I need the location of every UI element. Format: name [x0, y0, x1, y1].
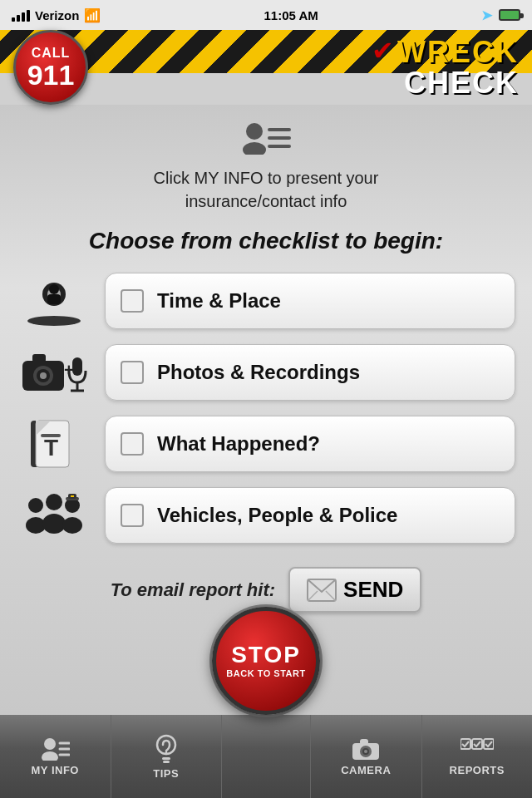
my-info-section: Click MY INFO to present your insurance/… [154, 121, 379, 213]
tab-my-info[interactable]: MY INFO [0, 715, 111, 798]
svg-rect-9 [47, 294, 61, 304]
my-info-text: Click MY INFO to present your insurance/… [154, 166, 379, 213]
svg-rect-46 [163, 761, 170, 763]
svg-rect-45 [162, 757, 170, 760]
svg-point-27 [42, 514, 66, 534]
svg-rect-23 [41, 434, 61, 437]
svg-rect-48 [360, 739, 368, 745]
stop-text: STOP [231, 642, 301, 668]
wreck-label: WRECK [397, 37, 519, 67]
wifi-icon: 📶 [84, 7, 101, 23]
checkmark-icon: ✔ [372, 35, 394, 66]
battery-icon [499, 9, 520, 21]
status-bar: Verizon 📶 11:05 AM ➤ [0, 0, 532, 30]
svg-point-14 [40, 372, 47, 379]
vehicles-label: Vehicles, People & Police [157, 504, 397, 527]
svg-rect-54 [484, 739, 494, 749]
reports-icon [461, 737, 494, 761]
location-icon: ➤ [481, 7, 492, 23]
stop-button-area: STOP BACK TO START [212, 607, 320, 715]
my-info-icon [241, 121, 291, 161]
time-place-icon [17, 274, 91, 328]
svg-point-5 [27, 316, 81, 326]
svg-point-0 [246, 123, 263, 140]
svg-point-38 [44, 738, 56, 750]
svg-rect-16 [72, 357, 82, 376]
svg-point-39 [42, 751, 58, 761]
stop-back-to-start-button[interactable]: STOP BACK TO START [212, 607, 320, 715]
photos-label: Photos & Recordings [157, 361, 360, 384]
tips-icon [155, 734, 178, 764]
back-to-start-text: BACK TO START [226, 668, 305, 679]
send-icon [307, 579, 337, 602]
tab-bar: MY INFO TIPS CAMERA [0, 715, 532, 798]
choose-heading: Choose from checklist to begin: [89, 228, 443, 254]
what-happened-checkbox[interactable] [121, 432, 144, 456]
what-happened-label: What Happened? [157, 432, 320, 456]
checklist-row-photos: + Photos & Recordings [17, 344, 515, 401]
svg-rect-52 [461, 739, 470, 749]
checklist-row-vehicles: Vehicles, People & Police [17, 487, 515, 544]
my-info-icon [40, 737, 70, 761]
status-left: Verizon 📶 [12, 7, 101, 23]
photos-checkbox[interactable] [121, 361, 144, 384]
wreck-check-logo: ✔ WRECK CHECK [372, 37, 519, 98]
send-label: SEND [343, 577, 403, 603]
header-row: CALL 911 ✔ WRECK CHECK [0, 30, 532, 105]
photos-icon: + [17, 346, 91, 399]
check-label: CHECK [404, 68, 519, 98]
my-info-tab-label: MY INFO [32, 764, 79, 776]
svg-point-26 [46, 494, 62, 510]
svg-rect-32 [71, 495, 74, 497]
checklist-row-what-happened: T What Happened? [17, 416, 515, 472]
what-happened-icon: T [17, 417, 91, 470]
reports-tab-label: REPORTS [450, 764, 505, 776]
call-911-button[interactable]: CALL 911 [13, 30, 88, 105]
vehicles-checkbox[interactable] [121, 504, 144, 527]
call-number: 911 [27, 61, 75, 89]
checklist-row-time-place: Time & Place [17, 273, 515, 329]
svg-text:T: T [44, 435, 58, 461]
camera-tab-icon [352, 737, 380, 761]
svg-point-24 [28, 498, 43, 513]
svg-point-29 [62, 517, 82, 534]
time-place-label: Time & Place [157, 289, 281, 313]
status-right: ➤ [481, 7, 520, 23]
tab-reports[interactable]: REPORTS [422, 715, 533, 798]
tab-stop-center [222, 715, 311, 798]
time-place-button[interactable]: Time & Place [105, 273, 515, 329]
signal-bars [12, 8, 30, 22]
camera-tab-label: CAMERA [341, 764, 391, 776]
svg-rect-53 [472, 739, 482, 749]
send-button[interactable]: SEND [288, 567, 421, 613]
tab-tips[interactable]: TIPS [111, 715, 223, 798]
carrier-label: Verizon [35, 8, 79, 22]
svg-rect-11 [32, 354, 46, 362]
photos-button[interactable]: Photos & Recordings [105, 344, 515, 401]
svg-point-51 [364, 750, 367, 753]
vehicles-button[interactable]: Vehicles, People & Police [105, 487, 515, 544]
svg-point-1 [243, 142, 266, 155]
time-label: 11:05 AM [264, 8, 318, 22]
vehicles-icon [17, 489, 91, 542]
svg-point-8 [49, 284, 59, 294]
what-happened-button[interactable]: What Happened? [105, 416, 515, 472]
tab-camera[interactable]: CAMERA [311, 715, 422, 798]
email-text: To email report hit: [111, 579, 275, 601]
tips-tab-label: TIPS [153, 767, 179, 780]
time-place-checkbox[interactable] [121, 289, 144, 313]
checklist-container: Time & Place + [17, 273, 515, 544]
email-section: To email report hit: SEND [111, 567, 422, 613]
